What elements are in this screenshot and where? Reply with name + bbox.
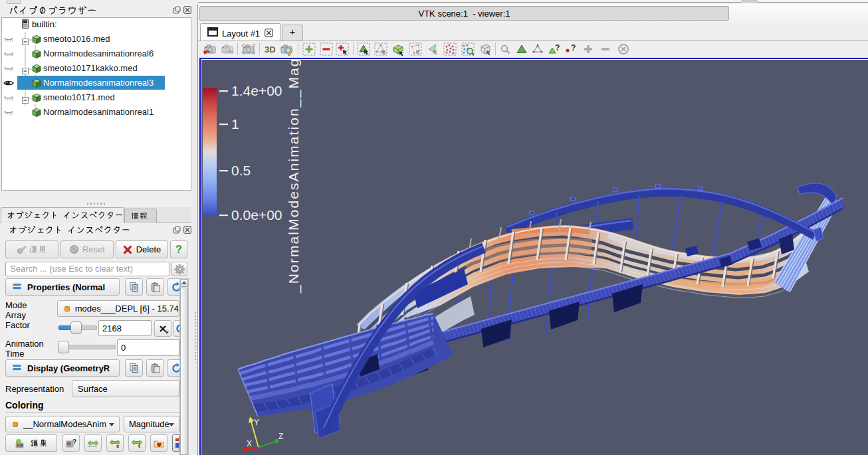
svg-text:3D: 3D — [265, 45, 276, 54]
svg-text:?: ? — [72, 438, 76, 446]
svg-text:Y: Y — [254, 418, 259, 427]
svg-text:X: X — [247, 439, 252, 448]
svg-text:1: 1 — [231, 116, 239, 132]
svg-text:t: t — [138, 443, 140, 448]
svg-text:Z: Z — [278, 432, 283, 441]
svg-text:1.4e+00: 1.4e+00 — [231, 83, 282, 98]
svg-text:?: ? — [555, 43, 560, 52]
svg-text:0.5: 0.5 — [231, 163, 251, 178]
svg-text:_NormalModesAnimation__Mag: _NormalModesAnimation__Mag — [286, 60, 302, 294]
svg-text:c: c — [116, 443, 120, 448]
svg-text:0.0e+00: 0.0e+00 — [231, 207, 282, 223]
svg-text:?: ? — [571, 43, 576, 52]
